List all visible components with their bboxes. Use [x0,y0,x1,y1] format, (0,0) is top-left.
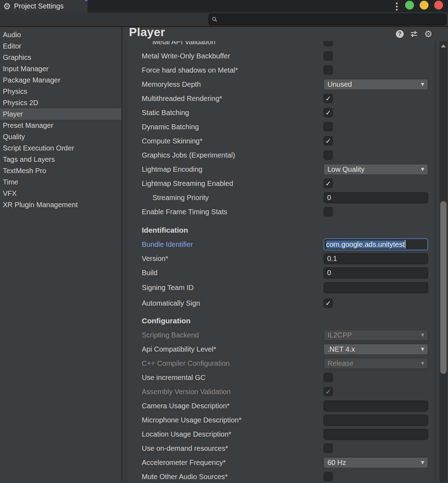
selected-text: com.google.ads.unitytest [326,240,404,249]
settings-row-assembly-version-validation: Assembly Version Validation✓ [126,385,435,399]
green-light[interactable] [405,1,414,10]
setting-control: ✓ [324,387,428,396]
text-field-streaming-priority[interactable]: 0 [324,192,428,203]
settings-row-streaming-priority: Streaming Priority0 [126,191,435,205]
setting-control [324,66,428,75]
sidebar-item-editor[interactable]: Editor [0,40,121,52]
checkbox-use-on-demand-resources[interactable] [324,444,333,453]
settings-row-mute-other-audio-sources: Mute Other Audio Sources* [126,470,435,482]
text-field-bundle-identifier[interactable]: com.google.ads.unitytest [324,238,428,250]
dropdown-arrow-icon: ▼ [421,333,424,337]
page-title: Player [129,25,165,39]
checkmark-icon: ✓ [325,95,331,102]
checkbox-force-hard-shadows-on-metal[interactable] [324,66,333,75]
kebab-menu-icon[interactable] [394,1,399,11]
settings-row-build: Build0 [126,266,435,280]
setting-control [324,122,428,131]
checkbox-use-incremental-gc[interactable] [324,373,333,382]
panel-gear-icon[interactable]: ⚙ [424,29,432,39]
sidebar-item-package-manager[interactable]: Package Manager [0,74,121,86]
setting-label: Microphone Usage Description* [126,416,241,424]
clipped-row: Metal API Validation [126,41,435,49]
dropdown-api-compatibility-level[interactable]: .NET 4.x▼ [324,344,428,355]
setting-label: Mute Other Audio Sources* [126,473,228,481]
text-field-signing-team-id[interactable] [324,282,428,293]
checkmark-icon: ✓ [325,300,331,307]
checkbox-static-batching[interactable]: ✓ [324,108,333,117]
field-value: 0 [327,269,331,277]
setting-control: Unused▼ [324,79,428,90]
checkbox-metal-write-only-backbuffer[interactable] [324,51,333,61]
dropdown-value: Unused [327,80,421,89]
text-field-version[interactable]: 0.1 [324,253,428,264]
checkbox-automatically-sign[interactable]: ✓ [324,299,333,308]
sidebar-item-quality[interactable]: Quality [0,131,121,142]
section-header-configuration: Configuration [126,314,435,328]
sidebar-item-physics-2d[interactable]: Physics 2D [0,97,121,108]
text-field-location-usage-description[interactable] [324,429,428,440]
sidebar-item-xr-plugin-management[interactable]: XR Plugin Management [0,199,121,210]
dropdown-arrow-icon: ▼ [421,167,424,172]
checkbox-mute-other-audio-sources[interactable] [324,472,333,481]
tab-project-settings[interactable]: ⚙ Project Settings [0,0,88,12]
dropdown-value: .NET 4.x [327,345,421,353]
sidebar-item-textmesh-pro[interactable]: TextMesh Pro [0,165,121,176]
sidebar-item-input-manager[interactable]: Input Manager [0,63,121,74]
setting-control [324,415,428,426]
sidebar-item-tags-and-layers[interactable]: Tags and Layers [0,154,121,165]
checkbox-compute-skinning[interactable]: ✓ [324,136,333,146]
scrollbar-thumb[interactable] [440,201,447,374]
sidebar-item-player[interactable]: Player [0,108,121,120]
sidebar-item-physics[interactable]: Physics [0,86,121,97]
settings-row-multithreaded-rendering: Multithreaded Rendering*✓ [126,91,435,106]
settings-row-use-incremental-gc: Use incremental GC [126,370,435,385]
sidebar-item-preset-manager[interactable]: Preset Manager [0,120,121,131]
setting-label: Multithreaded Rendering* [126,95,222,103]
setting-control [324,51,428,61]
sidebar-item-script-execution-order[interactable]: Script Execution Order [0,142,121,154]
scroll-up-arrow-icon[interactable] [441,44,446,47]
setting-control: 0 [324,192,428,203]
setting-label: Automatically Sign [126,299,200,307]
search-icon [212,17,218,22]
setting-label: Compute Skinning* [126,137,202,145]
sidebar-item-graphics[interactable]: Graphics [0,52,121,63]
checkbox-enable-frame-timing-stats[interactable] [324,207,333,216]
section-title: Configuration [126,317,191,325]
setting-label: Use on-demand resources* [126,444,228,453]
checkmark-icon: ✓ [325,388,331,395]
text-field-build[interactable]: 0 [324,267,428,278]
search-toolbar [0,12,448,27]
setting-label: Version* [126,255,168,263]
text-field-camera-usage-description[interactable] [324,400,428,411]
sidebar-item-audio[interactable]: Audio [0,29,121,40]
help-icon[interactable]: ? [396,30,404,38]
dropdown-accelerometer-frequency[interactable]: 60 Hz▼ [324,457,428,468]
settings-row-use-on-demand-resources: Use on-demand resources* [126,441,435,455]
yellow-light[interactable] [420,1,429,10]
search-input[interactable] [208,13,447,25]
preset-sliders-icon[interactable] [410,30,418,38]
checkbox-graphics-jobs-experimental[interactable] [324,150,333,160]
setting-control: IL2CPP▼ [324,330,428,341]
setting-label: Camera Usage Description* [126,402,230,410]
setting-control [324,373,428,382]
text-field-microphone-usage-description[interactable] [324,415,428,426]
player-settings-panel: Player ? ⚙ Metal [123,27,448,482]
vertical-scrollbar[interactable] [439,41,447,482]
tab-accent [85,0,88,1]
dropdown-memoryless-depth[interactable]: Unused▼ [324,79,428,90]
setting-label: Use incremental GC [126,374,206,382]
dropdown-value: Low Quality [327,165,421,174]
settings-row-scripting-backend: Scripting BackendIL2CPP▼ [126,328,435,342]
checkbox-lightmap-streaming-enabled[interactable]: ✓ [324,179,333,188]
checkbox-dynamic-batching[interactable] [324,122,333,131]
sidebar-item-time[interactable]: Time [0,176,121,188]
red-light[interactable] [434,1,443,10]
settings-row-version: Version*0.1 [126,251,435,266]
dropdown-lightmap-encoding[interactable]: Low Quality▼ [324,164,428,175]
sidebar-item-vfx[interactable]: VFX [0,188,121,199]
checkbox-multithreaded-rendering[interactable]: ✓ [324,94,333,103]
checkbox-metal-api-validation[interactable] [324,41,333,46]
checkmark-icon: ✓ [325,109,331,116]
